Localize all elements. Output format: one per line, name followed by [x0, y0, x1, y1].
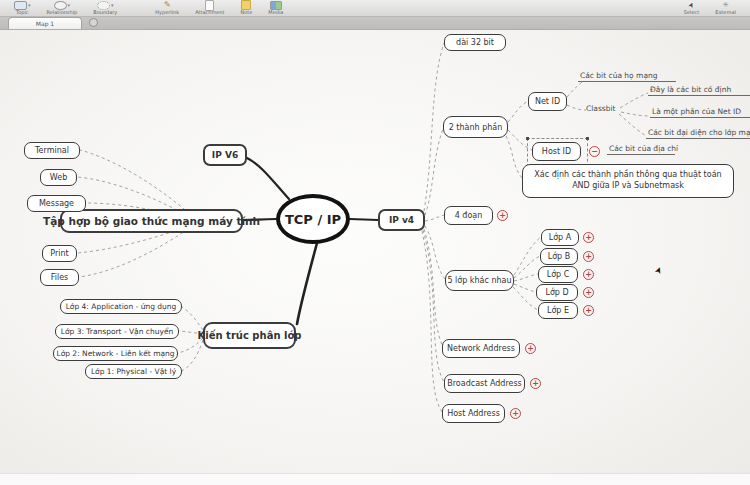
node-class-a[interactable]: Lớp A — [541, 229, 579, 246]
node-host-id[interactable]: Host ID — [532, 142, 581, 161]
new-tab-button[interactable] — [89, 18, 98, 27]
expand-icon[interactable]: + — [583, 251, 594, 262]
node-protocol-suite[interactable]: Tập hợp bộ giao thức mạng máy tính — [60, 209, 243, 233]
node-class-e[interactable]: Lớp E — [538, 302, 578, 319]
media-label: Media — [268, 9, 283, 15]
tab-map-1[interactable]: Map 1 — [8, 17, 82, 29]
node-network-address[interactable]: Network Address — [442, 339, 520, 358]
node-32bit[interactable]: dài 32 bit — [444, 34, 506, 51]
node-and-note[interactable]: Xác định các thành phần thông qua thuật … — [522, 164, 734, 198]
expand-icon[interactable]: + — [583, 305, 594, 316]
node-class-b[interactable]: Lớp B — [540, 248, 578, 265]
label-classbit-fixed[interactable]: Đây là các bit cố định — [648, 85, 750, 96]
tab-bar: Map 1 — [0, 17, 750, 30]
node-files[interactable]: Files — [40, 269, 79, 286]
node-2-components[interactable]: 2 thành phần — [443, 116, 508, 138]
label-classbit-part[interactable]: Là một phần của Net ID — [650, 107, 750, 118]
expand-icon[interactable]: + — [583, 232, 594, 243]
node-print[interactable]: Print — [42, 245, 77, 262]
mindmap-canvas[interactable]: TCP / IP IP V6 IP v4 Tập hợp bộ giao thứ… — [0, 30, 750, 485]
node-terminal[interactable]: Terminal — [24, 142, 80, 159]
relationship-button[interactable]: ▾ Relationship — [47, 1, 78, 15]
label-netid-bits[interactable]: Các bit của họ mạng — [578, 71, 676, 82]
attachment-button[interactable]: Attachment — [195, 1, 224, 15]
topic-label: Topic — [16, 9, 29, 15]
expand-icon[interactable]: + — [530, 378, 541, 389]
note-label: Note — [241, 9, 253, 15]
select-button[interactable]: ➤ Select — [684, 1, 699, 15]
node-architecture[interactable]: Kiến trúc phân lớp — [203, 322, 296, 349]
node-host-address[interactable]: Host Address — [442, 404, 505, 423]
status-bar — [0, 473, 750, 485]
node-layer3[interactable]: Lớp 3: Transport - Vận chuyển — [55, 324, 179, 339]
node-5-classes[interactable]: 5 lớp khác nhau — [445, 270, 514, 291]
node-ipv6[interactable]: IP V6 — [203, 144, 247, 166]
cursor-arrow-icon: ➤ — [687, 1, 696, 9]
node-layer2[interactable]: Lớp 2: Network - Liên kết mạng — [53, 346, 178, 361]
boundary-button[interactable]: ▾ Boundary — [93, 1, 117, 15]
chevron-down-icon: ▾ — [111, 2, 114, 8]
pencil-icon: ✎ — [164, 1, 171, 9]
node-layer4[interactable]: Lớp 4: Application - ứng dụng — [60, 299, 182, 314]
label-classbit[interactable]: Classbit — [586, 104, 616, 113]
node-broadcast-address[interactable]: Broadcast Address — [444, 374, 525, 393]
collapse-icon[interactable]: − — [589, 146, 600, 157]
expand-icon[interactable]: + — [583, 287, 594, 298]
expand-icon[interactable]: + — [497, 210, 508, 221]
relationship-label: Relationship — [47, 9, 78, 15]
connection-lines — [0, 30, 750, 485]
hyperlink-label: Hyperlink — [155, 9, 179, 15]
node-message[interactable]: Message — [27, 195, 86, 212]
label-classbit-represent[interactable]: Các bit đại diện cho lớp mạng — [646, 128, 750, 139]
node-net-id[interactable]: Net ID — [528, 92, 567, 111]
attachment-label: Attachment — [195, 9, 224, 15]
expand-icon[interactable]: + — [525, 343, 536, 354]
chevron-down-icon: ▾ — [28, 2, 31, 8]
topic-button[interactable]: ▾ Topic — [14, 1, 31, 15]
hyperlink-button[interactable]: ✎ Hyperlink — [155, 1, 179, 15]
note-button[interactable]: Note — [241, 1, 253, 15]
external-label: External — [715, 9, 736, 15]
external-icon: ✳ — [723, 2, 729, 9]
node-class-c[interactable]: Lớp C — [538, 266, 578, 283]
node-4-segments[interactable]: 4 đoạn — [444, 206, 493, 225]
chevron-down-icon: ▾ — [68, 2, 71, 8]
node-web[interactable]: Web — [40, 169, 77, 186]
label-hostid-bits[interactable]: Các bit của địa chỉ — [607, 144, 675, 155]
boundary-label: Boundary — [93, 9, 117, 15]
select-label: Select — [684, 9, 699, 15]
toolbar: ▾ Topic ▾ Relationship ▾ Boundary ✎ Hype… — [0, 0, 750, 17]
node-tcp-ip[interactable]: TCP / IP — [276, 194, 350, 244]
expand-icon[interactable]: + — [583, 269, 594, 280]
node-ipv4[interactable]: IP v4 — [378, 209, 425, 231]
external-button[interactable]: ✳ External — [715, 1, 736, 15]
node-class-d[interactable]: Lớp D — [536, 284, 578, 301]
node-layer1[interactable]: Lớp 1: Physical - Vật lý — [85, 364, 182, 379]
media-button[interactable]: Media — [268, 1, 283, 15]
expand-icon[interactable]: + — [510, 408, 521, 419]
